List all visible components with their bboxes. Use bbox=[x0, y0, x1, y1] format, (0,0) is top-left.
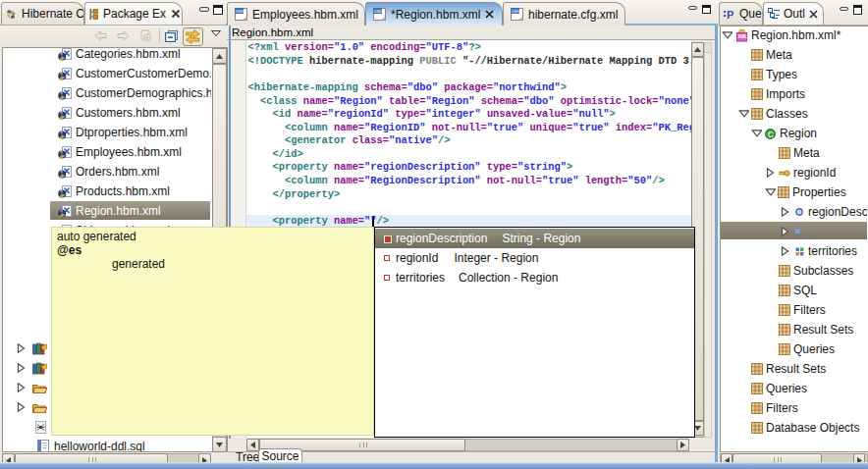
svg-text:P: P bbox=[727, 9, 733, 21]
